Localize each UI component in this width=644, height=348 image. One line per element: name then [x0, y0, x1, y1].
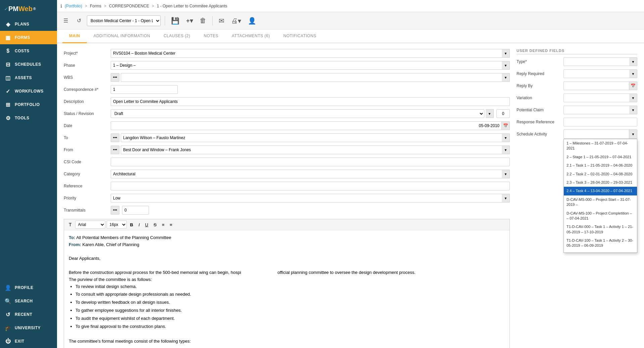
editor-underline-button[interactable]: U [143, 221, 150, 228]
dropdown-item-9[interactable]: T1-D-CAV-000 – Task 1 – Activity 1 – 21-… [564, 223, 637, 236]
tab-main[interactable]: MAIN [62, 30, 87, 43]
sidebar: ✓ PM Web ® ◈ PLANS ▦ FORMS $ COSTS ⊟ SCH… [0, 0, 57, 348]
sidebar-item-search[interactable]: 🔍 SEARCH [0, 294, 57, 308]
dropdown-item-11[interactable]: T1-D-CAV-200 – Task 1 – Activity 3 – 17-… [564, 250, 637, 253]
transmittals-dots-button[interactable]: ••• [111, 206, 119, 215]
tabs-bar: MAIN ADDITIONAL INFORMATION CLAUSES (2) … [57, 30, 644, 43]
dropdown-item-5[interactable]: 2.3 – Task 3 – 28-04-2020 – 29-03-2021 [564, 178, 637, 187]
reference-input[interactable] [111, 182, 510, 190]
description-input[interactable] [111, 97, 510, 106]
record-selector[interactable]: Boston Medical Center - 1 - Open Le [87, 15, 161, 26]
sidebar-item-recent[interactable]: ↺ RECENT [0, 308, 57, 321]
assets-icon: ◫ [5, 74, 11, 81]
from-select[interactable]: Best Door and Window – Frank Jones [121, 146, 510, 154]
category-select[interactable]: Architectural [111, 170, 510, 178]
type-select[interactable] [564, 57, 637, 66]
sidebar-item-profile[interactable]: 👤 PROFILE [0, 281, 57, 294]
add-button[interactable]: +▾ [184, 16, 195, 26]
schedule-activity-dropdown[interactable]: 1 – Milestones – 31-07-2019 – 07-04-2021… [564, 139, 637, 253]
reply-required-select[interactable] [564, 69, 637, 78]
status-label: Status / Revision [64, 111, 111, 116]
sidebar-item-assets[interactable]: ◫ ASSETS [0, 71, 57, 84]
variation-label: Variation [517, 96, 564, 100]
transmittals-input[interactable] [122, 206, 149, 215]
sidebar-item-university[interactable]: 🎓 UNIVERSITY [0, 321, 57, 335]
editor-format-btn[interactable]: T [67, 221, 74, 228]
editor-size-select[interactable]: 16px [107, 221, 127, 229]
editor-align-right-button[interactable]: ≡ [168, 221, 174, 228]
dropdown-item-8[interactable]: D-CAV-MS-100 – Project Completition – – … [564, 209, 637, 223]
tab-notifications[interactable]: NOTIFICATIONS [277, 30, 323, 43]
dropdown-item-10[interactable]: T1-D-CAV-100 – Task 1 – Activity 2 – 30-… [564, 236, 637, 250]
dropdown-item-2[interactable]: 2 – Stage 1 – 21-05-2019 – 07-04-2021 [564, 153, 637, 161]
project-select[interactable]: RVS0104 – Boston Medical Center [111, 49, 510, 58]
schedule-activity-arrow[interactable]: ▼ [629, 130, 637, 138]
sidebar-item-costs[interactable]: $ COSTS [0, 44, 57, 58]
transmittals-row: Transmittals ••• [64, 206, 510, 215]
calendar-icon[interactable]: 📅 [502, 121, 510, 130]
to-dots-button[interactable]: ••• [111, 133, 119, 142]
sidebar-item-exit[interactable]: ⏻ EXIT [0, 335, 57, 348]
toolbar-divider1 [165, 16, 165, 25]
tab-additional[interactable]: ADDITIONAL INFORMATION [87, 30, 157, 43]
menu-button[interactable]: ☰ [60, 15, 71, 26]
breadcrumb-sep3: > [152, 4, 154, 8]
correspondence-input[interactable] [111, 85, 178, 94]
phase-row: Phase 1 – Design – ▼ [64, 61, 510, 70]
dropdown-item-4[interactable]: 2.2 – Task 2 – 02-01-2020 – 04-08-2020 [564, 170, 637, 178]
variation-row: Variation ▼ [517, 93, 637, 103]
priority-select[interactable]: Low [111, 194, 510, 202]
print-button[interactable]: 🖨▾ [229, 15, 243, 26]
sidebar-item-workflows[interactable]: ✓ WORKFLOWS [0, 84, 57, 98]
status-row: Status / Revision Draft ▼ [64, 109, 510, 118]
sidebar-item-schedules[interactable]: ⊟ SCHEDULES [0, 58, 57, 71]
dropdown-item-6[interactable]: 2.4 – Task 4 – 13-04-2020 – 07-04-2021 [564, 187, 637, 195]
date-input[interactable] [111, 121, 502, 130]
phase-select-wrap: 1 – Design – ▼ [111, 61, 510, 70]
sidebar-item-label: ASSETS [15, 75, 32, 80]
date-row: Date 📅 [64, 121, 510, 130]
response-reference-input[interactable] [564, 118, 637, 126]
sidebar-item-plans[interactable]: ◈ PLANS [0, 17, 57, 31]
workflows-icon: ✓ [5, 88, 11, 95]
editor-strikethrough-button[interactable]: S [152, 221, 159, 228]
undo-button[interactable]: ↺ [74, 15, 84, 26]
tab-attachments[interactable]: ATTACHMENTS (6) [225, 30, 277, 43]
dropdown-item-1[interactable]: 1 – Milestones – 31-07-2019 – 07-04-2021 [564, 139, 637, 153]
variation-select[interactable] [564, 94, 637, 102]
status-select-arrow: ▼ [486, 109, 494, 118]
logo-check: ✓ [4, 6, 8, 11]
status-select[interactable]: Draft [111, 109, 484, 118]
delete-button[interactable]: 🗑 [198, 15, 208, 26]
sidebar-item-tools[interactable]: ⚙ TOOLS [0, 111, 57, 125]
dropdown-item-3[interactable]: 2.1 – Task 1 – 21-05-2019 – 04-06-2020 [564, 161, 637, 170]
csi-input[interactable] [111, 158, 510, 166]
status-wrap: Draft ▼ [111, 109, 510, 118]
tab-clauses[interactable]: CLAUSES (2) [157, 30, 197, 43]
save-button[interactable]: 💾 [169, 15, 181, 26]
email-button[interactable]: ✉ [217, 15, 226, 26]
editor-bold-button[interactable]: B [128, 221, 135, 228]
reply-by-calendar-icon[interactable]: 📅 [629, 81, 637, 90]
sidebar-item-portfolio[interactable]: ⊞ PORTFOLIO [0, 98, 57, 111]
wbs-select[interactable] [121, 73, 510, 82]
potential-claim-select-wrap: ▼ [564, 106, 637, 114]
from-dots-button[interactable]: ••• [111, 146, 119, 154]
status-revision-num[interactable] [496, 109, 510, 118]
editor-body[interactable]: To: All Potential Members of the Plannin… [64, 230, 509, 348]
schedule-activity-input[interactable] [564, 130, 629, 138]
wbs-dots-button[interactable]: ••• [111, 73, 119, 82]
to-select[interactable]: Langdon Wilson – Fausto Martinez [121, 133, 510, 142]
schedule-activity-input-row: ▼ [564, 129, 637, 139]
dropdown-item-7[interactable]: D-CAV-MS-000 – Project Start – 31-07-201… [564, 195, 637, 209]
editor-font-select[interactable]: Arial [75, 221, 105, 229]
phase-select[interactable]: 1 – Design – [111, 61, 510, 70]
sidebar-item-forms[interactable]: ▦ FORMS [0, 31, 57, 44]
editor-italic-button[interactable]: I [137, 221, 142, 228]
breadcrumb-portfolio[interactable]: (Portfolio) [65, 4, 82, 8]
tab-notes[interactable]: NOTES [197, 30, 225, 43]
user-button[interactable]: 👤 [246, 15, 258, 26]
reply-by-input[interactable] [564, 81, 629, 90]
editor-align-left-button[interactable]: ≡ [160, 221, 167, 228]
potential-claim-select[interactable] [564, 106, 637, 114]
